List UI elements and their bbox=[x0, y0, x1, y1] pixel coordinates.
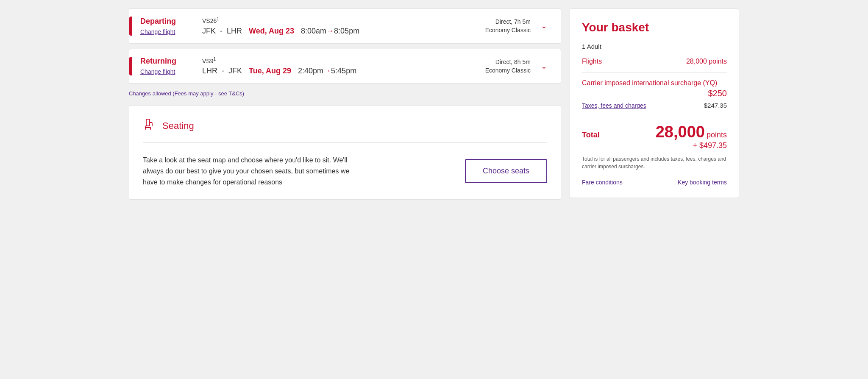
seating-header: Seating bbox=[143, 117, 547, 134]
departing-route: JFK - LHR bbox=[202, 27, 242, 36]
returning-direct: Direct, 8h 5m bbox=[495, 59, 531, 65]
basket-taxes-row: Taxes, fees and charges $247.35 bbox=[582, 102, 727, 109]
seat-icon bbox=[143, 117, 156, 134]
departing-change-link[interactable]: Change flight bbox=[140, 28, 195, 35]
returning-class: Economy Classic bbox=[485, 67, 531, 74]
departing-chevron[interactable]: ⌄ bbox=[537, 21, 551, 31]
departing-date: Wed, Aug 23 bbox=[249, 27, 294, 36]
basket-total-value: 28,000 points bbox=[656, 123, 727, 141]
departing-content: Departing Change flight VS261 JFK - LHR … bbox=[140, 17, 551, 36]
departing-top: Departing Change flight VS261 JFK - LHR … bbox=[140, 17, 551, 36]
returning-top: Returning Change flight VS91 LHR - JFK T… bbox=[140, 57, 551, 76]
returning-route: LHR - JFK bbox=[202, 67, 242, 75]
basket-note: Total is for all passengers and includes… bbox=[582, 155, 727, 170]
returning-label: Returning bbox=[140, 57, 195, 66]
basket-links-row: Fare conditions Key booking terms bbox=[582, 179, 727, 186]
returning-main-row: LHR - JFK Tue, Aug 29 2:40pm→5:45pm bbox=[202, 67, 479, 75]
main-content: Departing Change flight VS261 JFK - LHR … bbox=[129, 8, 561, 200]
basket-total-label: Total bbox=[582, 131, 600, 139]
departing-meta: Direct, 7h 5m Economy Classic bbox=[485, 18, 531, 33]
departing-flight-number: VS261 bbox=[202, 17, 479, 24]
departing-class: Economy Classic bbox=[485, 27, 531, 33]
departing-bar bbox=[129, 17, 132, 36]
returning-content: Returning Change flight VS91 LHR - JFK T… bbox=[140, 57, 551, 76]
basket-total-extra: + $497.35 bbox=[693, 141, 727, 150]
seating-description: Take a look at the seat map and choose w… bbox=[143, 155, 355, 187]
seating-card: Seating Take a look at the seat map and … bbox=[129, 105, 561, 200]
basket-surcharge-label: Carrier imposed international surcharge … bbox=[582, 79, 727, 87]
key-booking-terms-link[interactable]: Key booking terms bbox=[678, 179, 727, 186]
seating-title: Seating bbox=[162, 120, 194, 131]
basket-surcharge-section: Carrier imposed international surcharge … bbox=[582, 79, 727, 98]
basket-panel: Your basket 1 Adult Flights 28,000 point… bbox=[570, 8, 739, 198]
returning-date: Tue, Aug 29 bbox=[249, 67, 291, 75]
departing-main-row: JFK - LHR Wed, Aug 23 8:00am→8:05pm bbox=[202, 27, 479, 36]
basket-title: Your basket bbox=[582, 21, 727, 34]
departing-time: 8:00am→8:05pm bbox=[301, 27, 359, 36]
basket-divider-1 bbox=[582, 72, 727, 72]
basket-surcharge-value: $250 bbox=[582, 89, 727, 98]
changes-note-link[interactable]: Changes allowed (Fees may apply - see T&… bbox=[129, 90, 561, 97]
basket-flights-label: Flights bbox=[582, 58, 602, 65]
choose-seats-button[interactable]: Choose seats bbox=[465, 159, 547, 183]
returning-bar bbox=[129, 57, 132, 76]
basket-total-points-label: points bbox=[707, 131, 727, 139]
returning-flight-card: Returning Change flight VS91 LHR - JFK T… bbox=[129, 49, 561, 84]
basket-taxes-value: $247.35 bbox=[704, 102, 727, 109]
seating-divider bbox=[143, 142, 547, 143]
basket-flights-value: 28,000 points bbox=[686, 58, 727, 65]
basket-total-points: 28,000 bbox=[656, 123, 705, 141]
basket-total-row: Total 28,000 points bbox=[582, 123, 727, 141]
returning-change-link[interactable]: Change flight bbox=[140, 68, 195, 75]
seating-body: Take a look at the seat map and choose w… bbox=[143, 155, 547, 187]
returning-chevron[interactable]: ⌄ bbox=[537, 61, 551, 71]
basket-adults: 1 Adult bbox=[582, 43, 727, 50]
basket-total-section: Total 28,000 points + $497.35 bbox=[582, 123, 727, 150]
fare-conditions-link[interactable]: Fare conditions bbox=[582, 179, 623, 186]
departing-flight-card: Departing Change flight VS261 JFK - LHR … bbox=[129, 8, 561, 44]
departing-label: Departing bbox=[140, 17, 195, 26]
basket-taxes-link[interactable]: Taxes, fees and charges bbox=[582, 102, 646, 109]
departing-direct: Direct, 7h 5m bbox=[495, 18, 531, 25]
returning-time: 2:40pm→5:45pm bbox=[298, 67, 356, 75]
basket-flights-row: Flights 28,000 points bbox=[582, 58, 727, 65]
returning-flight-number: VS91 bbox=[202, 57, 479, 64]
basket-divider-2 bbox=[582, 116, 727, 116]
returning-meta: Direct, 8h 5m Economy Classic bbox=[485, 59, 531, 74]
